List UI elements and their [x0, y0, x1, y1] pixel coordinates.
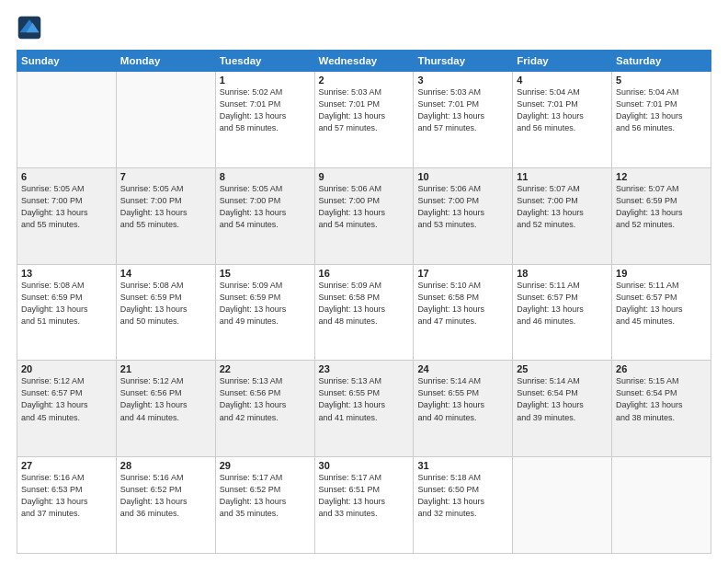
calendar-cell: 22Sunrise: 5:13 AM Sunset: 6:56 PM Dayli… [215, 361, 314, 457]
logo [17, 15, 46, 40]
calendar-cell: 11Sunrise: 5:07 AM Sunset: 7:00 PM Dayli… [513, 167, 612, 264]
cell-info: Sunrise: 5:05 AM Sunset: 7:00 PM Dayligh… [21, 183, 112, 231]
day-number: 11 [517, 171, 608, 182]
day-number: 28 [120, 460, 211, 471]
cell-info: Sunrise: 5:07 AM Sunset: 7:00 PM Dayligh… [517, 183, 608, 231]
day-number: 20 [21, 363, 112, 374]
cell-info: Sunrise: 5:15 AM Sunset: 6:54 PM Dayligh… [616, 375, 707, 423]
cell-info: Sunrise: 5:05 AM Sunset: 7:00 PM Dayligh… [120, 183, 211, 231]
cell-info: Sunrise: 5:08 AM Sunset: 6:59 PM Dayligh… [120, 280, 211, 327]
cell-info: Sunrise: 5:13 AM Sunset: 6:55 PM Dayligh… [319, 375, 410, 423]
calendar-cell: 19Sunrise: 5:11 AM Sunset: 6:57 PM Dayli… [612, 264, 711, 361]
day-number: 27 [21, 460, 112, 471]
calendar-cell: 25Sunrise: 5:14 AM Sunset: 6:54 PM Dayli… [513, 361, 612, 457]
calendar-cell: 29Sunrise: 5:17 AM Sunset: 6:52 PM Dayli… [215, 457, 314, 554]
calendar-cell [116, 72, 215, 168]
calendar-cell: 18Sunrise: 5:11 AM Sunset: 6:57 PM Dayli… [513, 264, 612, 361]
day-number: 8 [220, 171, 311, 182]
day-number: 10 [417, 171, 508, 182]
day-number: 5 [616, 75, 707, 86]
calendar-cell: 3Sunrise: 5:03 AM Sunset: 7:01 PM Daylig… [414, 72, 513, 168]
calendar-cell: 4Sunrise: 5:04 AM Sunset: 7:01 PM Daylig… [513, 72, 612, 168]
calendar-cell: 17Sunrise: 5:10 AM Sunset: 6:58 PM Dayli… [414, 264, 513, 361]
day-number: 9 [319, 171, 410, 182]
calendar-cell: 8Sunrise: 5:05 AM Sunset: 7:00 PM Daylig… [215, 167, 314, 264]
calendar-cell: 7Sunrise: 5:05 AM Sunset: 7:00 PM Daylig… [116, 167, 215, 264]
cell-info: Sunrise: 5:17 AM Sunset: 6:52 PM Dayligh… [220, 472, 311, 520]
day-number: 7 [120, 171, 211, 182]
day-number: 30 [319, 460, 410, 471]
cell-info: Sunrise: 5:03 AM Sunset: 7:01 PM Dayligh… [319, 86, 410, 134]
day-number: 17 [417, 268, 508, 279]
cell-info: Sunrise: 5:11 AM Sunset: 6:57 PM Dayligh… [616, 280, 707, 327]
calendar-cell: 1Sunrise: 5:02 AM Sunset: 7:01 PM Daylig… [215, 72, 314, 168]
cell-info: Sunrise: 5:17 AM Sunset: 6:51 PM Dayligh… [319, 472, 410, 520]
day-number: 25 [517, 363, 608, 374]
cell-info: Sunrise: 5:05 AM Sunset: 7:00 PM Dayligh… [220, 183, 311, 231]
calendar-cell: 6Sunrise: 5:05 AM Sunset: 7:00 PM Daylig… [17, 167, 117, 264]
cell-info: Sunrise: 5:09 AM Sunset: 6:58 PM Dayligh… [319, 280, 410, 327]
calendar-cell: 9Sunrise: 5:06 AM Sunset: 7:00 PM Daylig… [314, 167, 414, 264]
day-number: 4 [517, 75, 608, 86]
day-number: 23 [319, 363, 410, 374]
day-number: 1 [220, 75, 311, 86]
calendar-cell: 30Sunrise: 5:17 AM Sunset: 6:51 PM Dayli… [314, 457, 414, 554]
day-number: 22 [220, 363, 311, 374]
cell-info: Sunrise: 5:18 AM Sunset: 6:50 PM Dayligh… [417, 472, 508, 520]
calendar-cell: 14Sunrise: 5:08 AM Sunset: 6:59 PM Dayli… [116, 264, 215, 361]
cell-info: Sunrise: 5:02 AM Sunset: 7:01 PM Dayligh… [220, 86, 311, 134]
day-header-saturday: Saturday [612, 51, 711, 72]
calendar-cell [17, 72, 117, 168]
calendar-cell: 28Sunrise: 5:16 AM Sunset: 6:52 PM Dayli… [116, 457, 215, 554]
cell-info: Sunrise: 5:13 AM Sunset: 6:56 PM Dayligh… [220, 375, 311, 423]
day-number: 6 [21, 171, 112, 182]
calendar-cell [513, 457, 612, 554]
cell-info: Sunrise: 5:09 AM Sunset: 6:59 PM Dayligh… [220, 280, 311, 327]
cell-info: Sunrise: 5:14 AM Sunset: 6:55 PM Dayligh… [417, 375, 508, 423]
cell-info: Sunrise: 5:03 AM Sunset: 7:01 PM Dayligh… [417, 86, 508, 134]
cell-info: Sunrise: 5:07 AM Sunset: 6:59 PM Dayligh… [616, 183, 707, 231]
day-header-sunday: Sunday [17, 51, 117, 72]
day-number: 2 [319, 75, 410, 86]
day-number: 21 [120, 363, 211, 374]
day-header-monday: Monday [116, 51, 215, 72]
logo-icon [17, 15, 42, 40]
calendar-cell: 13Sunrise: 5:08 AM Sunset: 6:59 PM Dayli… [17, 264, 117, 361]
calendar-cell: 5Sunrise: 5:04 AM Sunset: 7:01 PM Daylig… [612, 72, 711, 168]
day-header-wednesday: Wednesday [314, 51, 414, 72]
calendar-cell: 2Sunrise: 5:03 AM Sunset: 7:01 PM Daylig… [314, 72, 414, 168]
day-number: 14 [120, 268, 211, 279]
day-number: 13 [21, 268, 112, 279]
calendar-cell: 10Sunrise: 5:06 AM Sunset: 7:00 PM Dayli… [414, 167, 513, 264]
day-number: 31 [417, 460, 508, 471]
cell-info: Sunrise: 5:06 AM Sunset: 7:00 PM Dayligh… [417, 183, 508, 231]
calendar-cell: 12Sunrise: 5:07 AM Sunset: 6:59 PM Dayli… [612, 167, 711, 264]
calendar-cell: 20Sunrise: 5:12 AM Sunset: 6:57 PM Dayli… [17, 361, 117, 457]
cell-info: Sunrise: 5:14 AM Sunset: 6:54 PM Dayligh… [517, 375, 608, 423]
cell-info: Sunrise: 5:12 AM Sunset: 6:56 PM Dayligh… [120, 375, 211, 423]
day-header-tuesday: Tuesday [215, 51, 314, 72]
day-number: 18 [517, 268, 608, 279]
calendar-cell: 27Sunrise: 5:16 AM Sunset: 6:53 PM Dayli… [17, 457, 117, 554]
cell-info: Sunrise: 5:06 AM Sunset: 7:00 PM Dayligh… [319, 183, 410, 231]
day-number: 12 [616, 171, 707, 182]
cell-info: Sunrise: 5:16 AM Sunset: 6:53 PM Dayligh… [21, 472, 112, 520]
cell-info: Sunrise: 5:10 AM Sunset: 6:58 PM Dayligh… [417, 280, 508, 327]
cell-info: Sunrise: 5:11 AM Sunset: 6:57 PM Dayligh… [517, 280, 608, 327]
day-number: 26 [616, 363, 707, 374]
day-number: 15 [220, 268, 311, 279]
calendar-table: SundayMondayTuesdayWednesdayThursdayFrid… [17, 50, 711, 554]
cell-info: Sunrise: 5:08 AM Sunset: 6:59 PM Dayligh… [21, 280, 112, 327]
cell-info: Sunrise: 5:12 AM Sunset: 6:57 PM Dayligh… [21, 375, 112, 423]
cell-info: Sunrise: 5:04 AM Sunset: 7:01 PM Dayligh… [616, 86, 707, 134]
calendar-cell: 21Sunrise: 5:12 AM Sunset: 6:56 PM Dayli… [116, 361, 215, 457]
cell-info: Sunrise: 5:04 AM Sunset: 7:01 PM Dayligh… [517, 86, 608, 134]
day-number: 16 [319, 268, 410, 279]
calendar-cell [612, 457, 711, 554]
calendar-cell: 16Sunrise: 5:09 AM Sunset: 6:58 PM Dayli… [314, 264, 414, 361]
day-number: 29 [220, 460, 311, 471]
day-header-thursday: Thursday [414, 51, 513, 72]
calendar-cell: 23Sunrise: 5:13 AM Sunset: 6:55 PM Dayli… [314, 361, 414, 457]
calendar-cell: 26Sunrise: 5:15 AM Sunset: 6:54 PM Dayli… [612, 361, 711, 457]
calendar-cell: 24Sunrise: 5:14 AM Sunset: 6:55 PM Dayli… [414, 361, 513, 457]
